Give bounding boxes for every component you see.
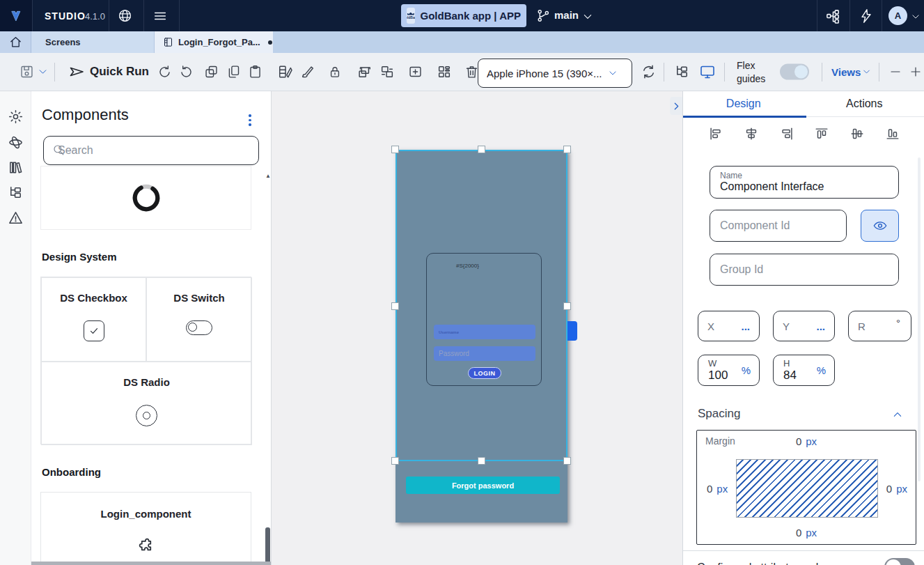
redo-icon[interactable] <box>179 65 194 79</box>
tab-active-login-forgot[interactable]: Login_Forgot_Pa... <box>155 31 273 53</box>
lightning-icon[interactable] <box>859 8 874 24</box>
rotation-field[interactable]: R ° <box>848 311 911 341</box>
selection-handle-bottom-center[interactable] <box>478 457 485 465</box>
app-badge[interactable]: GoldBank GoldBank app | APP <box>401 4 526 27</box>
design-canvas[interactable]: #S{2000} Username Password LOGIN Forgot … <box>272 91 682 565</box>
divider <box>882 0 882 31</box>
component-login-component[interactable]: Login_component <box>40 492 251 565</box>
horizontal-scrollbar[interactable] <box>31 562 271 565</box>
copy-icon[interactable] <box>226 65 241 79</box>
chevron-down-icon[interactable] <box>862 68 871 77</box>
flex-guides-toggle[interactable] <box>780 64 809 80</box>
component-ds-switch[interactable]: DS Switch <box>146 277 252 362</box>
selection-handle-top-right[interactable] <box>563 146 571 153</box>
margin-left-value[interactable]: 0 px <box>707 483 728 495</box>
x-position-field[interactable]: X ... <box>698 311 760 341</box>
align-right-icon[interactable] <box>779 126 794 141</box>
lock-icon[interactable] <box>328 65 342 79</box>
trash-icon[interactable] <box>464 65 479 79</box>
puzzle-icon <box>136 535 157 556</box>
refresh-icon[interactable] <box>641 64 657 80</box>
align-center-vertical-icon[interactable] <box>849 126 865 141</box>
hierarchy-icon[interactable] <box>8 185 24 201</box>
atom-icon[interactable] <box>8 134 24 150</box>
margin-bottom-value[interactable]: 0 px <box>697 527 916 539</box>
forgot-password-button[interactable]: Forgot password <box>406 477 560 494</box>
branch-name[interactable]: main <box>554 9 579 21</box>
x-label: X <box>707 320 714 332</box>
sitemap-icon[interactable] <box>825 8 841 24</box>
studio-logo[interactable] <box>0 0 32 31</box>
selection-side-handle[interactable] <box>567 321 577 341</box>
selection-handle-bottom-left[interactable] <box>391 457 399 465</box>
quick-run-button[interactable]: Quick Run <box>90 65 149 79</box>
height-field[interactable]: H 84 % <box>773 355 835 386</box>
preview-monitor-icon[interactable] <box>699 63 716 80</box>
align-center-horizontal-icon[interactable] <box>744 126 759 141</box>
selection-handle-top-left[interactable] <box>391 146 399 153</box>
save-options-chevron-icon[interactable] <box>38 67 48 77</box>
home-tab[interactable] <box>0 31 31 53</box>
name-field[interactable]: Name Component Interface <box>710 166 899 199</box>
component-id-input[interactable] <box>710 210 846 241</box>
phone-screen-mockup[interactable]: #S{2000} Username Password LOGIN Forgot … <box>396 150 567 523</box>
quick-run-icon[interactable] <box>68 63 85 80</box>
warning-icon[interactable] <box>8 210 24 226</box>
margin-right-value[interactable]: 0 px <box>886 483 907 495</box>
scroll-up-arrow-icon[interactable]: ▲ <box>265 173 271 179</box>
theme-styles-icon[interactable] <box>278 64 293 79</box>
h-label: H <box>783 358 790 369</box>
menu-icon[interactable] <box>152 8 168 24</box>
component-ds-checkbox[interactable]: DS Checkbox <box>41 277 146 362</box>
undo-icon[interactable] <box>157 65 172 79</box>
align-left-icon[interactable] <box>708 126 723 141</box>
component-id-field[interactable] <box>710 210 847 242</box>
zoom-out-icon[interactable] <box>889 65 902 78</box>
component-ds-radio[interactable]: DS Radio <box>41 362 252 445</box>
chevron-up-icon[interactable] <box>892 409 903 420</box>
tab-actions[interactable]: Actions <box>804 91 924 116</box>
panel-menu-kebab-icon[interactable] <box>246 111 254 129</box>
ds-checkbox-label: DS Checkbox <box>60 292 127 304</box>
device-selector[interactable]: Apple iPhone 15 (390×... <box>478 59 632 88</box>
search-input[interactable] <box>43 136 259 165</box>
selection-handle-bottom-right[interactable] <box>563 457 571 465</box>
align-top-icon[interactable] <box>814 126 829 141</box>
inspector-scrollbar-track[interactable] <box>918 157 921 481</box>
configured-attributes-toggle[interactable] <box>884 558 915 565</box>
selection-handle-mid-right[interactable] <box>563 302 571 310</box>
paste-icon[interactable] <box>248 65 263 79</box>
layer-tree-icon[interactable] <box>674 64 690 80</box>
chevron-down-icon[interactable] <box>911 12 921 22</box>
tab-screens[interactable]: Screens <box>31 31 155 53</box>
panel-expand-button[interactable] <box>670 97 682 115</box>
ungroup-icon[interactable] <box>379 64 395 79</box>
margin-diagram: Margin 0 px 0 px 0 px 0 px <box>696 430 916 545</box>
globe-icon[interactable] <box>118 8 132 23</box>
zoom-in-icon[interactable] <box>909 65 922 78</box>
chevron-down-icon[interactable] <box>582 11 593 22</box>
brush-icon[interactable] <box>300 64 315 79</box>
visibility-button[interactable] <box>861 210 899 242</box>
y-position-field[interactable]: Y ... <box>773 311 835 341</box>
component-preview-spinner[interactable] <box>40 166 251 230</box>
tab-design[interactable]: Design <box>683 91 804 116</box>
duplicate-icon[interactable] <box>204 65 219 79</box>
selection-handle-top-center[interactable] <box>478 146 485 153</box>
group-id-field[interactable] <box>710 254 899 286</box>
align-bottom-icon[interactable] <box>885 126 900 141</box>
width-field[interactable]: W 100 % <box>698 355 760 386</box>
vertical-scrollbar-thumb[interactable] <box>265 527 270 564</box>
y-label: Y <box>783 320 790 332</box>
views-dropdown[interactable]: Views <box>831 66 861 78</box>
components-grid-icon[interactable] <box>437 64 452 79</box>
avatar[interactable]: A <box>888 6 907 25</box>
save-icon[interactable] <box>19 65 34 79</box>
settings-gear-icon[interactable] <box>8 109 24 125</box>
selection-handle-mid-left[interactable] <box>391 302 399 310</box>
library-books-icon[interactable] <box>8 160 24 176</box>
group-id-input[interactable] <box>710 254 898 285</box>
group-icon[interactable] <box>357 64 372 79</box>
add-frame-icon[interactable] <box>408 65 423 79</box>
margin-top-value[interactable]: 0 px <box>697 435 916 447</box>
